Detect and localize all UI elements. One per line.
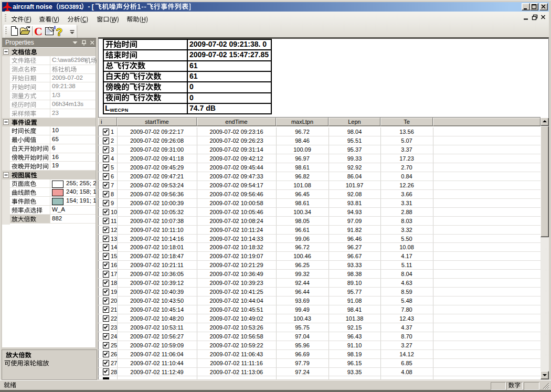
svg-text:?: ? <box>56 26 63 38</box>
svg-text:C: C <box>34 25 43 38</box>
